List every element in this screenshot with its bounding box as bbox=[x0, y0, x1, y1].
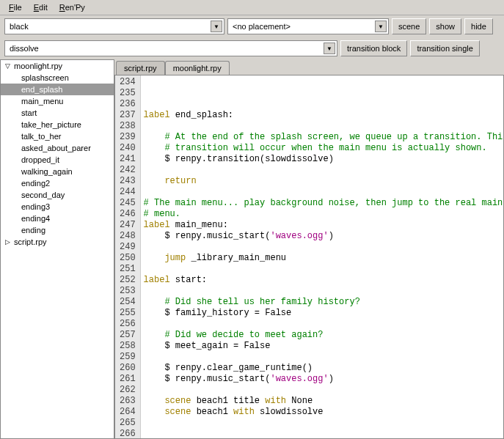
tree-toggle-icon[interactable]: ▽ bbox=[5, 62, 12, 70]
tree-item-script-rpy[interactable]: ▷script.rpy bbox=[1, 236, 114, 248]
label-tree[interactable]: ▽moonlight.rpysplashscreenend_splashmain… bbox=[0, 59, 114, 439]
chevron-down-icon: ▼ bbox=[324, 43, 335, 54]
editor-area: script.rpymoonlight.rpy 2342352362372382… bbox=[114, 59, 504, 439]
tree-label: script.rpy bbox=[14, 237, 47, 246]
toolbar-1: black ▼ <no placement> ▼ sceneshowhide bbox=[0, 15, 504, 37]
tab-moonlight-rpy[interactable]: moonlight.rpy bbox=[165, 61, 230, 75]
transition-dropdown[interactable]: dissolve ▼ bbox=[4, 40, 337, 56]
image-dropdown[interactable]: black ▼ bbox=[4, 18, 224, 34]
tree-label: main_menu bbox=[21, 97, 63, 106]
tree-label: take_her_picture bbox=[21, 120, 81, 129]
main-area: ▽moonlight.rpysplashscreenend_splashmain… bbox=[0, 59, 504, 439]
transition-single-button[interactable]: transition single bbox=[410, 40, 479, 56]
tree-label: talk_to_her bbox=[21, 132, 61, 141]
tree-item-end-splash[interactable]: end_splash bbox=[1, 84, 114, 95]
tree-label: walking_again bbox=[21, 167, 73, 176]
tree-label: asked_about_parer bbox=[21, 144, 91, 152]
tree-item-main-menu[interactable]: main_menu bbox=[1, 95, 114, 107]
tree-item-second-day[interactable]: second_day bbox=[1, 189, 114, 201]
tree-item-take-her-picture[interactable]: take_her_picture bbox=[1, 119, 114, 130]
tree-label: moonlight.rpy bbox=[14, 62, 62, 70]
chevron-down-icon: ▼ bbox=[211, 21, 222, 32]
tree-toggle-icon[interactable]: ▷ bbox=[5, 238, 12, 246]
tree-item-splashscreen[interactable]: splashscreen bbox=[1, 72, 114, 84]
tree-item-start[interactable]: start bbox=[1, 107, 114, 119]
tree-label: start bbox=[21, 108, 37, 117]
menu-edit[interactable]: Edit bbox=[28, 1, 54, 13]
tree-item-ending2[interactable]: ending2 bbox=[1, 177, 114, 189]
tree-item-moonlight-rpy[interactable]: ▽moonlight.rpy bbox=[1, 60, 114, 72]
tree-item-asked-about-parer[interactable]: asked_about_parer bbox=[1, 142, 114, 154]
tree-label: ending3 bbox=[21, 202, 50, 211]
placement-dropdown[interactable]: <no placement> ▼ bbox=[227, 18, 389, 34]
menu-renpy[interactable]: Ren'Py bbox=[54, 1, 91, 13]
tree-item-dropped-it[interactable]: dropped_it bbox=[1, 154, 114, 166]
menubar: FileEditRen'Py bbox=[0, 0, 504, 15]
tree-label: ending2 bbox=[21, 179, 50, 188]
hide-button[interactable]: hide bbox=[464, 18, 493, 34]
tree-item-ending[interactable]: ending bbox=[1, 224, 114, 236]
tree-label: ending4 bbox=[21, 214, 50, 223]
tree-label: ending bbox=[21, 226, 45, 235]
tree-label: end_splash bbox=[21, 85, 62, 94]
tree-item-talk-to-her[interactable]: talk_to_her bbox=[1, 130, 114, 142]
show-button[interactable]: show bbox=[429, 18, 461, 34]
code-content[interactable]: label end_splash: # At the end of the sp… bbox=[141, 75, 503, 438]
line-gutter: 2342352362372382392402412422432442452462… bbox=[115, 75, 141, 438]
tree-label: dropped_it bbox=[21, 155, 59, 164]
code-editor[interactable]: 2342352362372382392402412422432442452462… bbox=[114, 75, 504, 439]
tree-item-ending4[interactable]: ending4 bbox=[1, 213, 114, 224]
tree-label: second_day bbox=[21, 191, 65, 199]
file-tabs: script.rpymoonlight.rpy bbox=[114, 59, 504, 75]
chevron-down-icon: ▼ bbox=[375, 21, 387, 32]
tab-script-rpy[interactable]: script.rpy bbox=[116, 61, 165, 75]
menu-file[interactable]: File bbox=[3, 1, 28, 13]
scene-button[interactable]: scene bbox=[392, 18, 426, 34]
transition-block-button[interactable]: transition block bbox=[340, 40, 407, 56]
tree-label: splashscreen bbox=[21, 73, 69, 82]
tree-item-ending3[interactable]: ending3 bbox=[1, 201, 114, 213]
tree-item-walking-again[interactable]: walking_again bbox=[1, 166, 114, 177]
toolbar-2: dissolve ▼ transition blocktransition si… bbox=[0, 37, 504, 59]
